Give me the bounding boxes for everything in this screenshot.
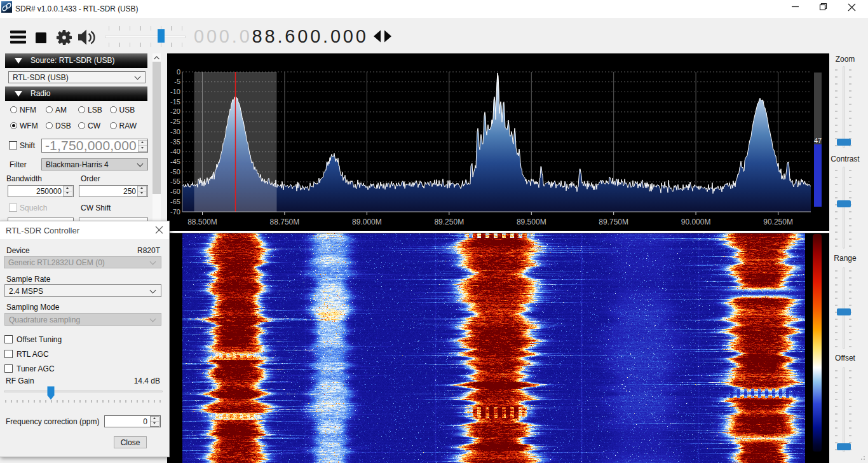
svg-text:-20: -20 [170,107,180,115]
svg-text:0: 0 [177,68,180,76]
svg-text:89.000M: 89.000M [352,218,382,226]
svg-text:88.500M: 88.500M [187,218,217,226]
svg-text:-45: -45 [170,158,180,165]
svg-text:-70: -70 [170,208,180,216]
svg-text:-15: -15 [170,98,180,106]
svg-text:-30: -30 [170,128,180,135]
svg-text:-50: -50 [170,168,180,176]
svg-text:-25: -25 [170,118,180,125]
svg-text:89.750M: 89.750M [599,218,628,226]
svg-text:-65: -65 [170,198,180,205]
svg-text:47: 47 [814,137,822,144]
svg-text:-35: -35 [170,138,180,146]
svg-text:-60: -60 [170,188,180,195]
svg-text:-40: -40 [170,148,180,155]
svg-text:-55: -55 [170,177,180,185]
svg-text:-5: -5 [174,78,180,85]
svg-text:89.250M: 89.250M [434,218,464,226]
svg-text:90.000M: 90.000M [681,218,711,226]
svg-text:88.750M: 88.750M [270,218,300,226]
svg-text:-10: -10 [170,88,180,95]
svg-text:89.500M: 89.500M [517,218,546,226]
svg-text:90.250M: 90.250M [763,218,793,226]
